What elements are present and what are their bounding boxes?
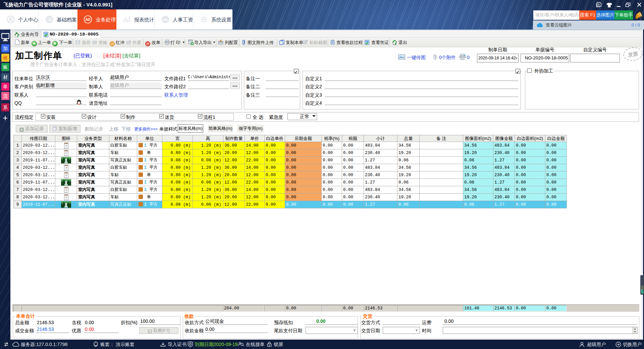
svg-text:HR: HR [163,18,168,21]
svg-text:02: 02 [65,152,67,154]
svg-text:正: 正 [190,343,192,345]
svg-text:02: 02 [65,196,67,198]
svg-text:05: 05 [65,145,67,147]
svg-text:05: 05 [65,167,67,169]
svg-text:AD: AD [85,17,91,21]
svg-text:05: 05 [65,189,67,191]
svg-text:02: 02 [65,174,67,176]
